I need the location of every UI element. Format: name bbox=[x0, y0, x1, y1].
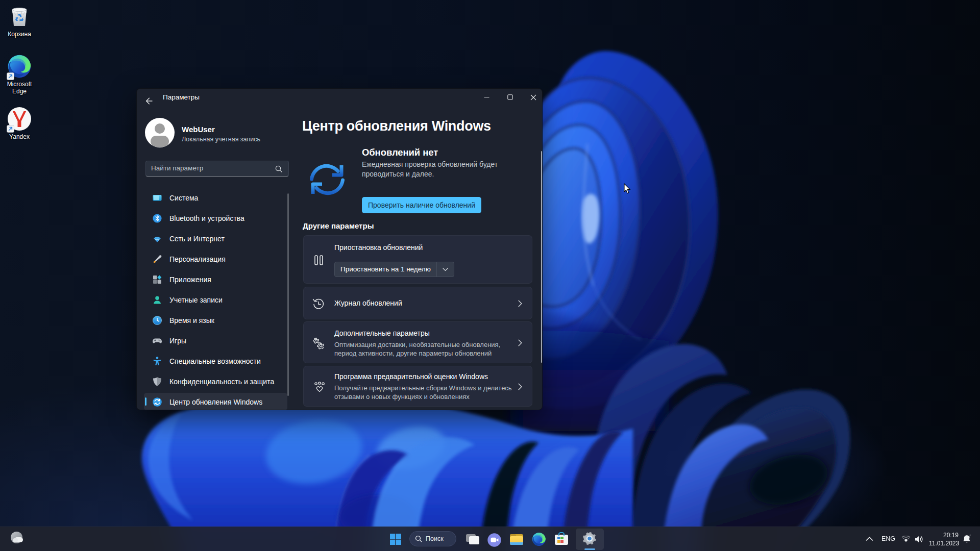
svg-text:z: z bbox=[970, 534, 971, 537]
